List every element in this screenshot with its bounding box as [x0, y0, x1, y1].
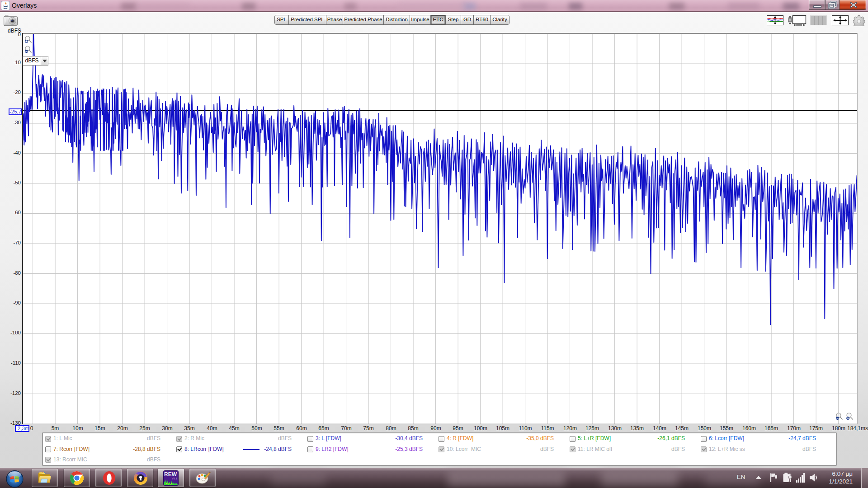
- svg-text:V5.1: V5.1: [172, 477, 178, 480]
- svg-text:REW: REW: [164, 471, 177, 478]
